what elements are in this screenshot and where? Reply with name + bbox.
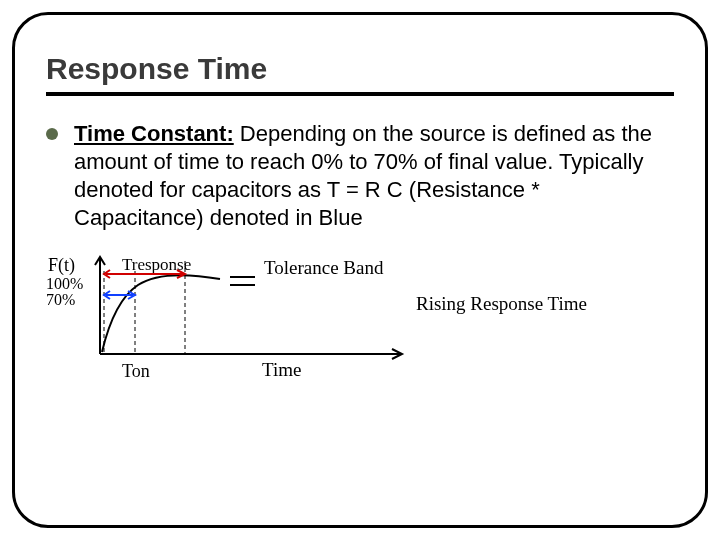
bullet-lead: Time Constant: [74,121,234,146]
bullet-item: Time Constant: Depending on the source i… [46,120,674,233]
title-underline [46,92,674,96]
rising-response-label: Rising Response Time [416,293,587,315]
bullet-icon [46,128,58,140]
level-70-label: 70% [46,291,75,309]
diagram-svg [90,249,410,389]
slide-content: Response Time Time Constant: Depending o… [12,12,708,528]
response-diagram: F(t) 100% 70% Tresponse Tolerance Band R… [46,249,674,409]
y-axis-label: F(t) [48,255,75,276]
slide-title: Response Time [46,52,674,86]
bullet-text: Time Constant: Depending on the source i… [74,120,674,233]
